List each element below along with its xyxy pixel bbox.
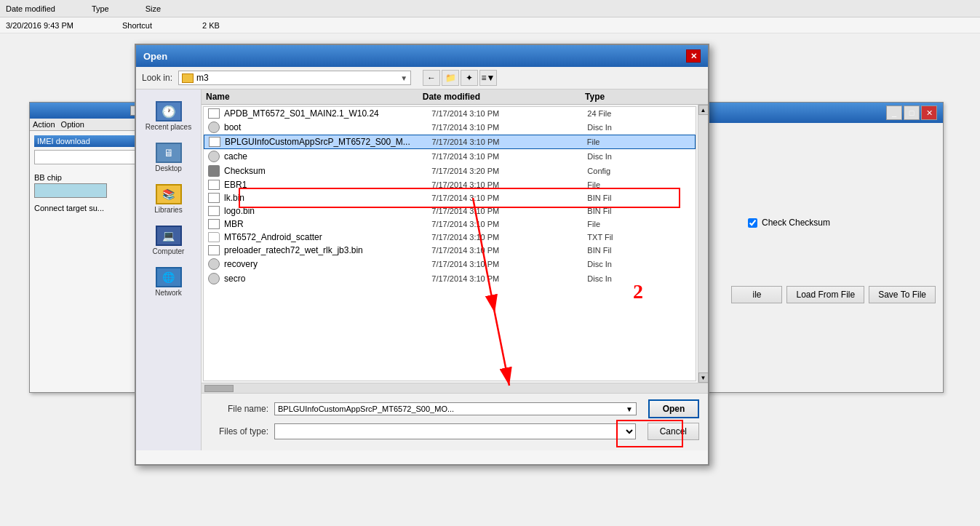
file-date-cell: 7/17/2014 3:10 PM	[431, 152, 587, 161]
file-date-cell: 7/17/2014 3:10 PM	[431, 246, 587, 255]
nav-libraries-label: Libraries	[154, 206, 182, 214]
file-type-cell: BIN Fil	[587, 207, 691, 215]
dialog-toolbar: Look in: m3 ▼ ← 📁 ✦ ≡▼	[136, 67, 708, 89]
nav-network[interactable]: 🌐 Network	[140, 263, 198, 301]
file-date-cell: 7/17/2014 3:10 PM	[431, 233, 587, 242]
files-of-type-label: Files of type:	[210, 426, 268, 437]
horizontal-scrollbar[interactable]	[202, 383, 708, 393]
filetype-row: Files of type: Cancel	[210, 423, 699, 440]
nav-back-btn[interactable]: ←	[423, 70, 440, 86]
disc-icon	[208, 273, 220, 284]
cancel-btn[interactable]: Cancel	[648, 423, 699, 440]
file-name-cell: MBR	[224, 219, 431, 229]
menu-action[interactable]: Action	[33, 120, 55, 129]
file-name-cell: Checksum	[224, 166, 431, 176]
table-row[interactable]: MT6572_Android_scatter 7/17/2014 3:10 PM…	[204, 231, 696, 244]
right-win-controls[interactable]: _ □ ✕	[886, 105, 937, 120]
dialog-bottom: File name: BPLGUInfoCustomAppSrcP_MT6572…	[202, 393, 708, 450]
file-type-cell: TXT Fil	[587, 233, 691, 242]
load-from-file-btn[interactable]: Load From File	[786, 286, 864, 303]
dialog-close-btn[interactable]: ✕	[686, 49, 701, 63]
col-header-name[interactable]: Name	[206, 92, 423, 102]
table-row[interactable]: recovery 7/17/2014 3:10 PM Disc In	[204, 257, 696, 271]
col-header-type[interactable]: Type	[585, 92, 693, 102]
nav-view-btn[interactable]: ≡▼	[479, 70, 497, 86]
menu-option[interactable]: Option	[61, 120, 84, 129]
bg-col-date: Date modified	[6, 4, 55, 13]
table-row[interactable]: preloader_ratech72_wet_rlk_jb3.bin 7/17/…	[204, 244, 696, 257]
libraries-icon: 📚	[156, 184, 182, 204]
save-to-file-btn[interactable]: Save To File	[869, 286, 936, 303]
recent-places-icon: 🕐	[156, 101, 182, 121]
file-date-cell: 7/17/2014 3:10 PM	[431, 180, 587, 189]
table-row[interactable]: BPLGUInfoCustomAppSrcP_MT6572_S00_M... 7…	[204, 135, 696, 149]
minimize-btn-right[interactable]: _	[886, 105, 902, 120]
file-date-cell: 7/17/2014 3:10 PM	[431, 274, 587, 283]
filename-row: File name: BPLGUInfoCustomAppSrcP_MT6572…	[210, 399, 699, 418]
nav-computer[interactable]: 💻 Computer	[140, 221, 198, 260]
check-checksum-checkbox[interactable]	[748, 218, 757, 228]
filename-arrow[interactable]: ▼	[626, 405, 633, 413]
file-icon	[208, 206, 220, 216]
toolbar-icons: ← 📁 ✦ ≡▼	[423, 70, 497, 86]
open-btn[interactable]: Open	[648, 399, 699, 418]
dialog-body: 🕐 Recent places 🖥 Desktop 📚 Libraries 💻 …	[136, 89, 708, 450]
file-icon	[208, 245, 220, 255]
table-row[interactable]: EBR1 7/17/2014 3:10 PM File	[204, 178, 696, 191]
file-date-cell: 7/17/2014 3:10 PM	[431, 220, 587, 228]
nav-sidebar: 🕐 Recent places 🖥 Desktop 📚 Libraries 💻 …	[136, 89, 202, 450]
file-list-container: APDB_MT6572_S01_MAIN2.1_W10.24 7/17/2014…	[202, 105, 708, 383]
file-list[interactable]: APDB_MT6572_S01_MAIN2.1_W10.24 7/17/2014…	[203, 106, 696, 381]
nav-folder-btn[interactable]: 📁	[442, 70, 459, 86]
file-icon	[208, 108, 220, 119]
look-in-arrow[interactable]: ▼	[400, 74, 407, 82]
nav-libraries[interactable]: 📚 Libraries	[140, 180, 198, 218]
file-name-cell: logo.bin	[224, 206, 431, 216]
scroll-down-btn[interactable]: ▼	[698, 372, 709, 383]
file-type-cell: Config	[587, 167, 691, 175]
file-icon	[208, 180, 220, 190]
table-row[interactable]: APDB_MT6572_S01_MAIN2.1_W10.24 7/17/2014…	[204, 107, 696, 120]
folder-icon-lookin	[182, 73, 194, 83]
filetype-select[interactable]	[274, 423, 636, 439]
file-date-cell: 7/17/2014 3:10 PM	[431, 123, 587, 132]
file-icon	[209, 137, 220, 147]
table-row[interactable]: lk.bin 7/17/2014 3:10 PM BIN Fil	[204, 191, 696, 204]
file-name-cell: BPLGUInfoCustomAppSrcP_MT6572_S00_M...	[225, 137, 431, 147]
file-list-header: Name Date modified Type	[202, 89, 708, 105]
nav-desktop-label: Desktop	[155, 164, 182, 172]
nav-recent-places[interactable]: 🕐 Recent places	[140, 97, 198, 135]
shortcut-size: 2 KB	[202, 21, 220, 30]
filename-input[interactable]: BPLGUInfoCustomAppSrcP_MT6572_S00_MO... …	[274, 402, 637, 415]
close-btn-right[interactable]: ✕	[921, 105, 937, 120]
file-name-label: File name:	[210, 404, 268, 414]
table-row[interactable]: logo.bin 7/17/2014 3:10 PM BIN Fil	[204, 204, 696, 218]
file-date-cell: 7/17/2014 3:10 PM	[431, 138, 586, 146]
shortcut-date: 3/20/2016 9:43 PM	[6, 21, 100, 30]
shortcut-type: Shortcut	[122, 21, 180, 30]
col-header-date[interactable]: Date modified	[423, 92, 585, 102]
nav-desktop[interactable]: 🖥 Desktop	[140, 138, 198, 177]
nav-recent-label: Recent places	[146, 123, 191, 131]
maximize-btn-right[interactable]: □	[904, 105, 920, 120]
look-in-combo[interactable]: m3 ▼	[178, 71, 411, 85]
table-row[interactable]: boot 7/17/2014 3:10 PM Disc In	[204, 120, 696, 135]
scroll-up-btn[interactable]: ▲	[698, 105, 709, 115]
nav-network-label: Network	[155, 289, 182, 297]
disc-icon	[208, 258, 220, 270]
vertical-scrollbar[interactable]: ▲ ▼	[698, 105, 708, 383]
table-row[interactable]: MBR 7/17/2014 3:10 PM File	[204, 218, 696, 231]
table-row[interactable]: secro 7/17/2014 3:10 PM Disc In	[204, 271, 696, 286]
annotation-number-2: 2	[633, 280, 643, 303]
file-date-cell: 7/17/2014 3:10 PM	[431, 109, 587, 118]
file-btn[interactable]: ile	[731, 286, 782, 303]
file-icon	[208, 193, 220, 203]
nav-new-folder-btn[interactable]: ✦	[461, 70, 478, 86]
h-scroll-thumb[interactable]	[204, 385, 234, 392]
file-type-cell: Disc In	[587, 260, 691, 268]
table-row[interactable]: cache 7/17/2014 3:10 PM Disc In	[204, 149, 696, 164]
table-row[interactable]: Checksum 7/17/2014 3:20 PM Config	[204, 164, 696, 178]
disc-icon	[208, 151, 220, 162]
gear-icon	[208, 165, 220, 177]
file-date-cell: 7/17/2014 3:10 PM	[431, 207, 587, 215]
